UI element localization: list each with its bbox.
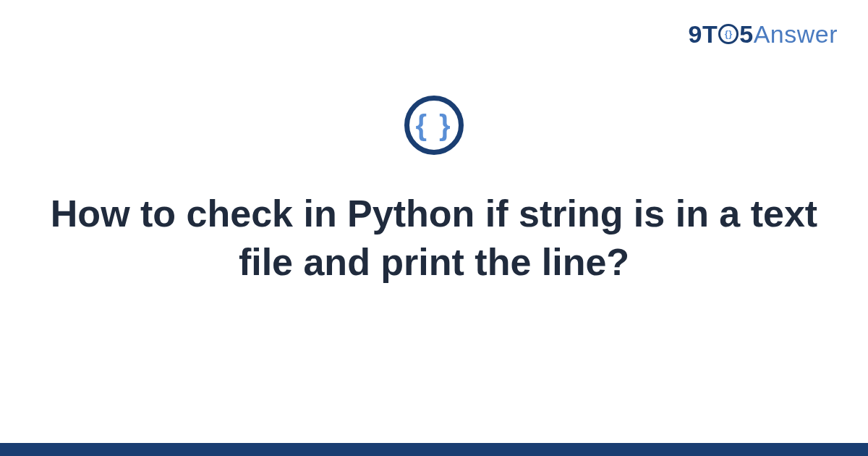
braces-glyph: { } [415,111,452,140]
code-braces-icon: { } [404,96,464,155]
brand-logo: 9T {} 5 Answer [689,20,838,48]
brand-circle-icon: {} [718,24,739,44]
page-title: How to check in Python if string is in a… [43,190,825,286]
footer-bar [0,443,868,456]
brand-text-answer: Answer [754,20,838,48]
brand-text-9t: 9T [689,20,718,48]
brand-text-5: 5 [739,20,753,48]
braces-icon: {} [725,29,733,38]
